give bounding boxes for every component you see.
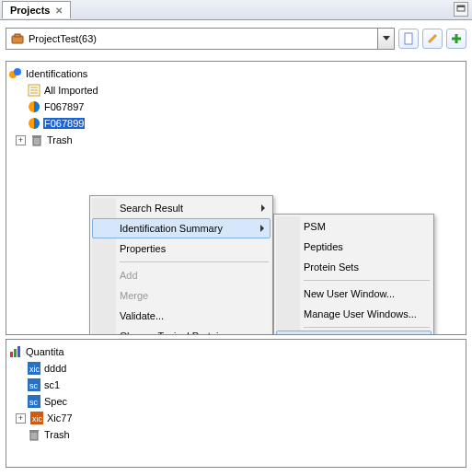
- sc-icon: sc: [27, 394, 41, 409]
- expander-icon[interactable]: +: [16, 413, 26, 424]
- svg-rect-21: [17, 346, 20, 357]
- svg-text:xic: xic: [29, 365, 40, 374]
- menu-label: Protein Sets: [304, 261, 359, 273]
- tree-label: Quantita: [25, 346, 65, 357]
- svg-rect-31: [29, 430, 39, 432]
- menu-separator: [304, 327, 430, 328]
- submenu-item-new-window[interactable]: New User Window...: [276, 284, 432, 304]
- menu-label: Search Result: [120, 203, 183, 214]
- menu-item-validate[interactable]: Validate...: [92, 306, 271, 326]
- tree-item-trash[interactable]: + Trash: [8, 132, 464, 148]
- tree-label: Xic77: [46, 412, 74, 424]
- svg-rect-17: [33, 137, 40, 145]
- svg-rect-20: [14, 349, 17, 357]
- svg-rect-19: [10, 352, 13, 357]
- briefcase-icon: [10, 31, 25, 46]
- tree-label: dddd: [43, 363, 67, 374]
- tree-item-dddd[interactable]: xic dddd: [8, 360, 464, 377]
- tree-item-sc1[interactable]: sc sc1: [8, 377, 464, 393]
- menu-separator: [120, 261, 269, 262]
- tree-item-f067899[interactable]: F067899: [8, 115, 464, 132]
- pencil-icon: [426, 32, 439, 45]
- submenu-arrow-icon: [261, 204, 265, 212]
- menu-separator: [304, 280, 430, 281]
- menu-label: New User Window...: [304, 288, 395, 299]
- tree-label: Identifications: [25, 68, 88, 79]
- sc-icon: sc: [27, 377, 41, 392]
- minimize-icon: [456, 5, 466, 14]
- context-submenu: PSM Peptides Protein Sets New User Windo…: [273, 214, 434, 335]
- menu-label: PSM: [304, 221, 326, 232]
- svg-text:sc: sc: [29, 398, 39, 407]
- tree-item-all-imported[interactable]: All Imported: [8, 82, 464, 99]
- svg-point-10: [14, 68, 21, 75]
- identifications-tree: Identifications All Imported F067897 F06…: [6, 62, 466, 152]
- tree-label: F067899: [43, 118, 85, 129]
- add-button[interactable]: [446, 29, 466, 49]
- identifications-icon: [8, 66, 23, 81]
- tree-item-spec[interactable]: sc Spec: [8, 393, 464, 410]
- trash-icon: [29, 133, 44, 147]
- submenu-item-protein-sets[interactable]: Protein Sets: [276, 257, 432, 277]
- tree-label: F067897: [43, 101, 85, 112]
- close-icon[interactable]: ✕: [55, 6, 63, 16]
- project-selector[interactable]: ProjectTest(63): [6, 28, 395, 50]
- submenu-item-peptides-spectrum[interactable]: Peptides Spectrum: [276, 331, 432, 335]
- edit-button[interactable]: [422, 29, 443, 49]
- svg-line-6: [429, 35, 436, 42]
- svg-text:sc: sc: [29, 381, 39, 390]
- tree-root-quantitation[interactable]: Quantita: [8, 343, 464, 360]
- tree-label: Spec: [43, 396, 68, 407]
- menu-item-properties[interactable]: Properties: [92, 238, 271, 259]
- tree-label: Trash: [43, 429, 71, 440]
- menu-label: Peptides: [304, 241, 343, 252]
- tree-item-xic77[interactable]: + xic Xic77: [8, 410, 464, 426]
- svg-rect-3: [15, 34, 20, 37]
- menu-item-identification-summary[interactable]: Identification Summary: [92, 218, 271, 238]
- identifications-panel: Identifications All Imported F067897 F06…: [6, 61, 466, 335]
- menu-item-add: Add: [92, 265, 271, 285]
- tab-bar: Projects ✕: [0, 0, 472, 20]
- svg-rect-5: [405, 33, 412, 44]
- menu-label: Add: [120, 270, 138, 281]
- dataset-icon: [27, 99, 41, 114]
- toolbar: ProjectTest(63): [0, 20, 472, 57]
- menu-item-search-result[interactable]: Search Result: [92, 198, 271, 218]
- tab-projects[interactable]: Projects ✕: [2, 1, 71, 18]
- tree-label: sc1: [43, 379, 61, 390]
- menu-item-change-typical[interactable]: Change Typical Protein...: [92, 326, 271, 335]
- menu-label: Validate...: [120, 310, 164, 321]
- quantitation-icon: [8, 344, 23, 359]
- tree-item-trash2[interactable]: Trash: [8, 426, 464, 443]
- menu-label: Change Typical Protein...: [120, 331, 233, 335]
- tree-root-identifications[interactable]: Identifications: [8, 65, 464, 82]
- submenu-item-peptides[interactable]: Peptides: [276, 237, 432, 257]
- document-icon: [402, 32, 415, 45]
- dropdown-arrow-icon[interactable]: [377, 29, 394, 49]
- list-icon: [27, 83, 41, 98]
- svg-rect-30: [30, 432, 38, 440]
- tree-item-f067897[interactable]: F067897: [8, 99, 464, 115]
- menu-label: Merge: [120, 290, 148, 301]
- dataset-icon: [27, 116, 41, 131]
- menu-label: Manage User Windows...: [304, 308, 417, 319]
- xic-icon: xic: [27, 361, 41, 376]
- svg-rect-1: [457, 6, 465, 7]
- menu-label: Properties: [120, 243, 166, 254]
- submenu-item-psm[interactable]: PSM: [276, 216, 432, 237]
- svg-text:xic: xic: [32, 414, 42, 424]
- tree-label: All Imported: [43, 85, 99, 96]
- tab-label: Projects: [10, 5, 50, 16]
- context-menu: Search Result Identification Summary Pro…: [89, 195, 273, 335]
- svg-rect-18: [32, 135, 41, 137]
- xic-icon: xic: [29, 411, 44, 425]
- tree-label: Trash: [46, 134, 74, 145]
- new-button[interactable]: [398, 29, 419, 49]
- menu-item-merge: Merge: [92, 285, 271, 306]
- menu-label: Identification Summary: [120, 223, 223, 234]
- submenu-arrow-icon: [260, 225, 264, 232]
- trash-icon: [27, 427, 41, 442]
- expander-icon[interactable]: +: [16, 135, 26, 145]
- submenu-item-manage-windows[interactable]: Manage User Windows...: [276, 304, 432, 324]
- minimize-button[interactable]: [454, 2, 468, 17]
